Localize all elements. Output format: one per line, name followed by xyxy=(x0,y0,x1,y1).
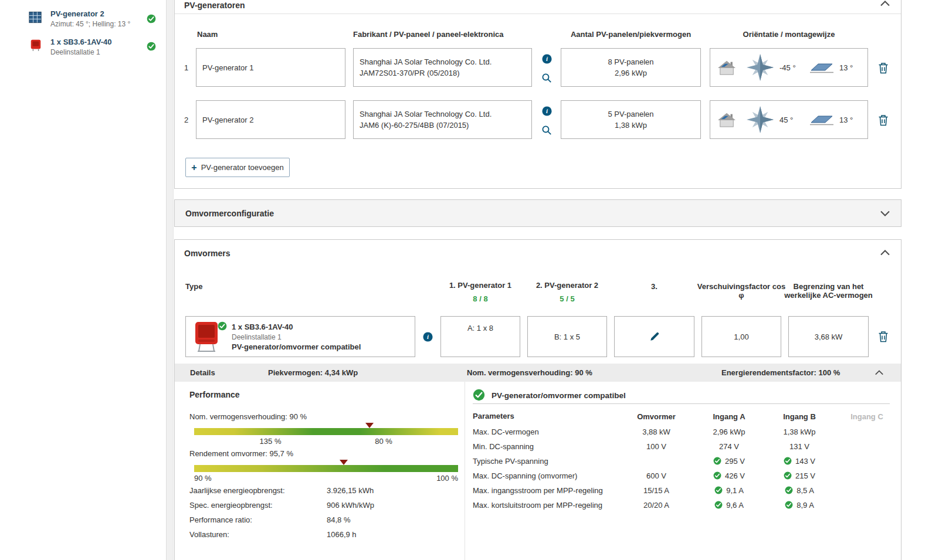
param-ingang-b: 1,38 kWp xyxy=(764,426,835,437)
omvormers-section-title: Omvormers xyxy=(184,249,231,258)
pv-name-input[interactable] xyxy=(196,100,345,139)
param-value: 600 V xyxy=(646,471,666,480)
expand-chevron-down-icon[interactable] xyxy=(880,211,890,216)
cos-phi-box[interactable]: 1,00 xyxy=(701,316,781,357)
pv-name-input[interactable] xyxy=(196,48,345,87)
omvormers-panel: Omvormers Type 1. PV-generator 1 8 / 8 2… xyxy=(174,239,901,560)
param-value: 15/15 A xyxy=(643,486,669,495)
orientation-selector[interactable]: 45 ° 13 ° xyxy=(710,100,868,139)
param-ingang-a: 9,1 A xyxy=(694,485,764,495)
kv-value: 84,8 % xyxy=(327,515,350,524)
magnifier-icon[interactable] xyxy=(541,125,552,135)
inverter-compat-status: PV-generator/omvormer compatibel xyxy=(232,342,361,351)
check-circle-icon xyxy=(714,501,723,509)
input-b-value: B: 1 x 5 xyxy=(554,332,580,341)
info-icon[interactable]: i xyxy=(542,106,552,116)
collapse-chevron-up-icon[interactable] xyxy=(875,370,884,375)
param-ingang-a: 295 V xyxy=(694,456,764,466)
param-ingang-a: 274 V xyxy=(694,441,764,452)
param-value: 20/20 A xyxy=(643,501,669,510)
collapse-chevron-up-icon[interactable] xyxy=(880,1,890,6)
pv-generatoren-panel: PV-generatoren Naam Fabrikant / PV-panee… xyxy=(174,0,901,189)
trash-icon[interactable] xyxy=(878,62,889,74)
param-value: 8,5 A xyxy=(797,486,814,495)
param-value: 426 V xyxy=(725,471,745,480)
param-value: 9,1 A xyxy=(726,486,744,495)
gauge-tick: 90 % xyxy=(194,474,212,483)
details-strip[interactable]: Details Piekvermogen: 4,34 kWp Nom. verm… xyxy=(175,364,901,382)
check-circle-icon xyxy=(147,42,156,51)
sidebar-item-pv-generator-2[interactable]: PV-generator 2 Azimut: 45 °; Helling: 13… xyxy=(0,7,166,34)
trash-icon[interactable] xyxy=(878,331,889,342)
param-ingang-a: 9,6 A xyxy=(694,500,764,510)
panel-selector[interactable]: Shanghai JA Solar Technology Co. Ltd. JA… xyxy=(353,48,532,87)
panel-count-selector[interactable]: 8 PV-panelen 2,96 kWp xyxy=(561,48,701,87)
energy-factor-summary: Energierendementsfactor: 100 % xyxy=(721,368,840,377)
col-header-orientatie: Oriëntatie / montagewijze xyxy=(710,30,868,39)
param-value: 274 V xyxy=(719,442,739,451)
inverter-subtitle: Deelinstallatie 1 xyxy=(232,333,282,341)
col-header-type: Type xyxy=(185,282,202,291)
param-label: Max. ingangsstroom per MPP-regeling xyxy=(473,486,603,495)
param-ingang-b: 8,5 A xyxy=(764,485,835,495)
input-c-box[interactable] xyxy=(614,316,694,357)
tilt-value: 13 ° xyxy=(839,116,853,124)
col-header-ingang-c: Ingang C xyxy=(835,412,899,421)
param-ingang-b: 143 V xyxy=(764,456,835,466)
app-window: PV-generator 2 Azimut: 45 °; Helling: 13… xyxy=(0,0,949,560)
param-omvormer: 100 V xyxy=(621,441,692,452)
house-icon xyxy=(716,59,737,76)
check-circle-icon xyxy=(218,321,227,331)
kv-value: 1066,9 h xyxy=(327,530,357,539)
orientation-selector[interactable]: -45 ° 13 ° xyxy=(710,48,868,87)
pencil-icon[interactable] xyxy=(649,331,660,342)
collapse-chevron-up-icon[interactable] xyxy=(880,250,890,256)
kv-value: 906 kWh/kWp xyxy=(327,501,374,510)
nominal-ratio-gauge: 135 % 80 % xyxy=(194,428,458,435)
input-b-box[interactable]: B: 1 x 5 xyxy=(527,316,607,357)
trash-icon[interactable] xyxy=(878,114,889,126)
col-header-ac-limit: Begrenzing van het werkelijke AC-vermoge… xyxy=(782,282,875,300)
param-value: 9,6 A xyxy=(726,501,744,510)
col-header-ingang-a: Ingang A xyxy=(694,412,764,421)
gen1-count: 8 / 8 xyxy=(440,294,520,303)
panel-manufacturer: Shanghai JA Solar Technology Co. Ltd. xyxy=(360,57,531,66)
add-button-label: PV-generator toevoegen xyxy=(201,163,284,172)
param-omvormer: 600 V xyxy=(621,470,692,481)
info-icon[interactable]: i xyxy=(423,332,433,342)
col-header-naam: Naam xyxy=(197,30,218,39)
inverter-efficiency-gauge: 90 % 100 % xyxy=(194,465,458,472)
info-icon[interactable]: i xyxy=(542,54,552,64)
gen2-label: 2. PV-generator 2 xyxy=(527,281,607,290)
param-ingang-b: 8,9 A xyxy=(764,500,835,510)
omvormerconfiguratie-bar[interactable]: Omvormerconfiguratie xyxy=(174,199,901,227)
panel-selector[interactable]: Shanghai JA Solar Technology Co. Ltd. JA… xyxy=(353,100,532,139)
param-omvormer: 3,88 kW xyxy=(621,426,692,437)
gauge-tick: 100 % xyxy=(436,474,458,483)
gauge-marker xyxy=(365,423,374,428)
solar-panel-icon xyxy=(28,10,43,25)
col-header-aantal: Aantal PV-panelen/piekvermogen xyxy=(561,30,701,39)
param-ingang-a: 2,96 kWp xyxy=(694,426,764,437)
panel-count-selector[interactable]: 5 PV-panelen 1,38 kWp xyxy=(561,100,701,139)
panel-manufacturer: Shanghai JA Solar Technology Co. Ltd. xyxy=(360,110,531,118)
param-label: Typische PV-spanning xyxy=(473,457,548,466)
ac-limit-box[interactable]: 3,68 kW xyxy=(788,316,869,357)
check-circle-icon xyxy=(473,389,485,401)
add-pv-generator-button[interactable]: + PV-generator toevoegen xyxy=(185,158,290,177)
magnifier-icon[interactable] xyxy=(541,73,552,83)
compat-title: PV-generator/omvormer compatibel xyxy=(492,391,626,400)
check-circle-icon xyxy=(713,457,721,465)
col-header-gen2: 2. PV-generator 2 5 / 5 xyxy=(527,281,607,303)
check-circle-icon xyxy=(784,457,792,465)
tilt-value: 13 ° xyxy=(839,63,853,72)
vertical-scrollbar[interactable] xyxy=(166,0,174,560)
param-value: 143 V xyxy=(795,457,815,466)
sidebar-item-inverter[interactable]: 1 x SB3.6-1AV-40 Deelinstallatie 1 xyxy=(0,35,166,62)
inverter-type-box[interactable]: 1 x SB3.6-1AV-40 Deelinstallatie 1 PV-ge… xyxy=(185,316,415,357)
param-ingang-b: 131 V xyxy=(764,441,835,452)
panel-model: JAM6 (K)-60-275/4BB (07/2015) xyxy=(360,121,531,130)
kv-label: Jaarlijkse energieopbrengst: xyxy=(189,486,285,495)
param-value: 100 V xyxy=(646,442,666,451)
input-a-box[interactable]: A: 1 x 8 xyxy=(440,316,520,357)
